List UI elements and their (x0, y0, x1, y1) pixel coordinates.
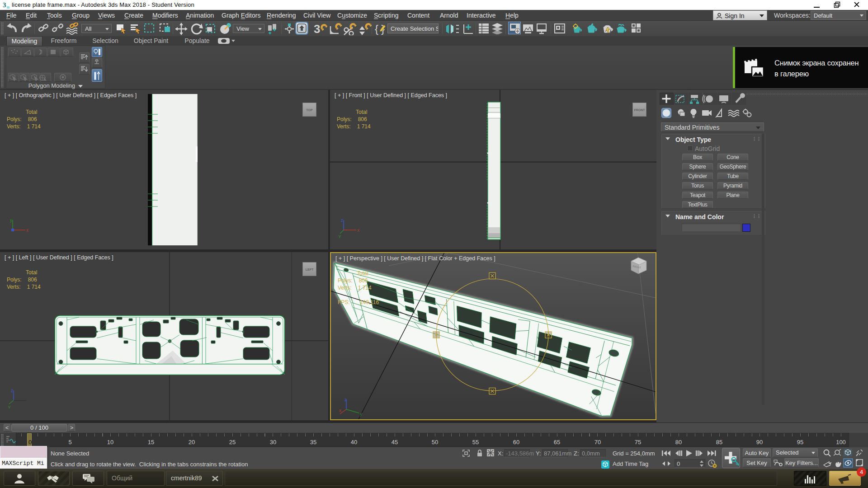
svg-text:x: x (357, 228, 359, 233)
svg-text:y: y (360, 412, 362, 417)
svg-text:3: 3 (314, 23, 320, 35)
svg-text:x: x (26, 228, 28, 233)
svg-text:z: z (11, 388, 13, 393)
svg-text:y: y (10, 218, 12, 223)
svg-text:z: z (341, 218, 343, 223)
svg-text:x: x (339, 408, 341, 413)
svg-text:3: 3 (3, 1, 6, 9)
svg-text:{: { (375, 23, 378, 35)
svg-text:y: y (8, 404, 10, 408)
svg-text:z: z (344, 397, 347, 402)
svg-text:y: y (339, 234, 341, 238)
